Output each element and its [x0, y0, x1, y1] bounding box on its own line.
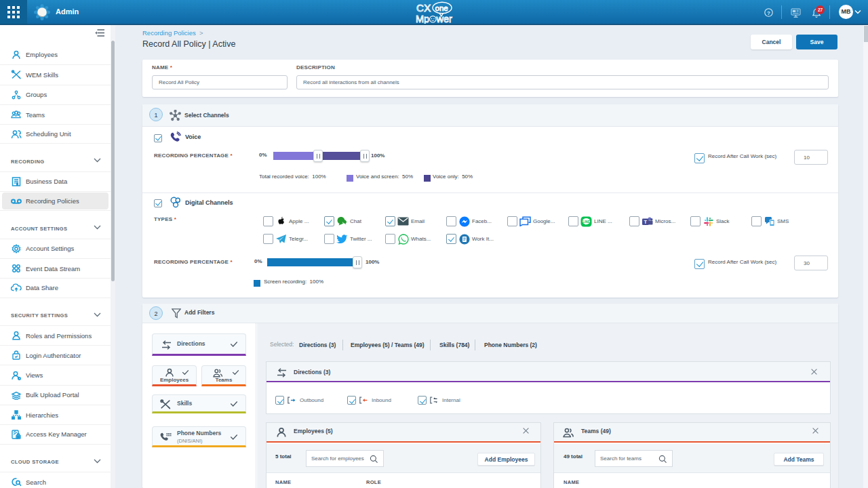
svg-text:?: ? [767, 10, 770, 16]
svg-text:T: T [644, 218, 647, 224]
svg-text:one: one [435, 4, 448, 12]
svg-text:LINE: LINE [583, 220, 589, 223]
svg-text:Mp: Mp [416, 14, 429, 24]
svg-text:CX: CX [416, 2, 431, 14]
svg-text:wer: wer [436, 14, 453, 24]
